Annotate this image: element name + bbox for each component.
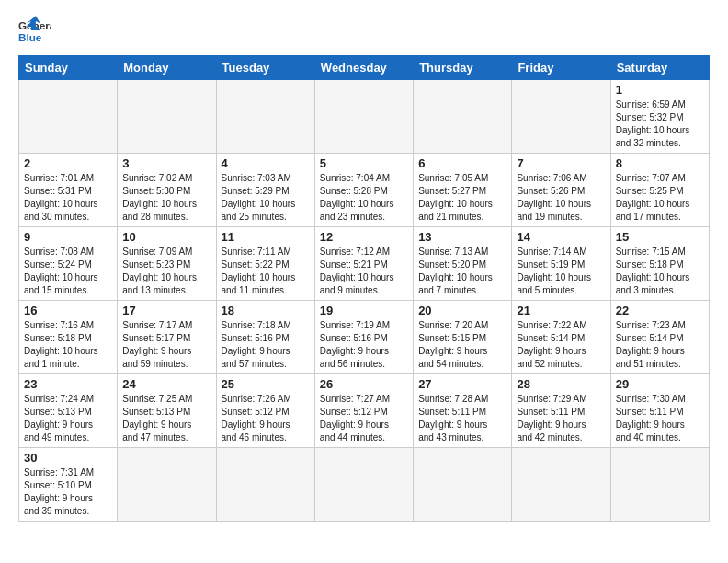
day-number: 20 (418, 304, 506, 317)
week-row-3: 9Sunrise: 7:08 AM Sunset: 5:24 PM Daylig… (19, 227, 710, 301)
calendar-cell (314, 80, 413, 154)
calendar-cell: 2Sunrise: 7:01 AM Sunset: 5:31 PM Daylig… (19, 154, 118, 227)
day-info: Sunrise: 7:01 AM Sunset: 5:31 PM Dayligh… (24, 172, 112, 224)
day-number: 10 (122, 230, 210, 244)
calendar-cell: 22Sunrise: 7:23 AM Sunset: 5:14 PM Dayli… (610, 301, 709, 374)
weekday-header-wednesday: Wednesday (314, 56, 413, 80)
day-info: Sunrise: 7:22 AM Sunset: 5:14 PM Dayligh… (517, 319, 605, 371)
day-info: Sunrise: 7:14 AM Sunset: 5:19 PM Dayligh… (517, 246, 605, 297)
day-info: Sunrise: 7:24 AM Sunset: 5:13 PM Dayligh… (24, 393, 112, 444)
weekday-header-saturday: Saturday (610, 56, 709, 80)
header: General Blue (18, 15, 710, 48)
day-info: Sunrise: 7:02 AM Sunset: 5:30 PM Dayligh… (122, 172, 210, 224)
calendar-cell (118, 80, 216, 154)
week-row-6: 30Sunrise: 7:31 AM Sunset: 5:10 PM Dayli… (19, 448, 710, 522)
calendar-cell (216, 80, 314, 154)
calendar-cell: 6Sunrise: 7:05 AM Sunset: 5:27 PM Daylig… (414, 154, 512, 227)
calendar-cell: 25Sunrise: 7:26 AM Sunset: 5:12 PM Dayli… (216, 374, 314, 448)
day-info: Sunrise: 7:13 AM Sunset: 5:20 PM Dayligh… (418, 246, 506, 297)
day-number: 1 (616, 83, 704, 97)
day-info: Sunrise: 7:25 AM Sunset: 5:13 PM Dayligh… (122, 393, 210, 444)
calendar-cell: 30Sunrise: 7:31 AM Sunset: 5:10 PM Dayli… (19, 448, 118, 522)
day-info: Sunrise: 7:18 AM Sunset: 5:16 PM Dayligh… (222, 319, 310, 371)
day-number: 25 (222, 377, 310, 391)
day-number: 17 (122, 304, 210, 317)
day-number: 19 (320, 304, 408, 317)
day-number: 26 (320, 377, 408, 391)
calendar-cell: 24Sunrise: 7:25 AM Sunset: 5:13 PM Dayli… (118, 374, 216, 448)
day-number: 29 (616, 377, 704, 391)
calendar-cell (216, 448, 314, 522)
calendar-cell: 15Sunrise: 7:15 AM Sunset: 5:18 PM Dayli… (610, 227, 709, 301)
day-info: Sunrise: 7:09 AM Sunset: 5:23 PM Dayligh… (122, 246, 210, 297)
weekday-header-thursday: Thursday (414, 56, 512, 80)
calendar-cell (512, 80, 610, 154)
calendar-cell: 10Sunrise: 7:09 AM Sunset: 5:23 PM Dayli… (118, 227, 216, 301)
calendar-cell: 13Sunrise: 7:13 AM Sunset: 5:20 PM Dayli… (414, 227, 512, 301)
day-info: Sunrise: 7:07 AM Sunset: 5:25 PM Dayligh… (616, 172, 704, 224)
day-number: 12 (320, 230, 408, 244)
week-row-4: 16Sunrise: 7:16 AM Sunset: 5:18 PM Dayli… (19, 301, 710, 374)
weekday-header-friday: Friday (512, 56, 610, 80)
day-number: 24 (122, 377, 210, 391)
day-number: 23 (24, 377, 112, 391)
day-info: Sunrise: 7:16 AM Sunset: 5:18 PM Dayligh… (24, 319, 112, 371)
day-number: 3 (122, 156, 210, 170)
day-number: 11 (222, 230, 310, 244)
day-number: 9 (24, 230, 112, 244)
calendar-cell (414, 448, 512, 522)
day-info: Sunrise: 6:59 AM Sunset: 5:32 PM Dayligh… (616, 98, 704, 150)
calendar-cell: 7Sunrise: 7:06 AM Sunset: 5:26 PM Daylig… (512, 154, 610, 227)
day-number: 13 (418, 230, 506, 244)
week-row-5: 23Sunrise: 7:24 AM Sunset: 5:13 PM Dayli… (19, 374, 710, 448)
day-info: Sunrise: 7:11 AM Sunset: 5:22 PM Dayligh… (222, 246, 310, 297)
calendar-cell: 27Sunrise: 7:28 AM Sunset: 5:11 PM Dayli… (414, 374, 512, 448)
svg-text:Blue: Blue (18, 31, 42, 43)
week-row-1: 1Sunrise: 6:59 AM Sunset: 5:32 PM Daylig… (19, 80, 710, 154)
calendar-cell: 14Sunrise: 7:14 AM Sunset: 5:19 PM Dayli… (512, 227, 610, 301)
day-number: 18 (222, 304, 310, 317)
day-number: 2 (24, 156, 112, 170)
weekday-header-tuesday: Tuesday (216, 56, 314, 80)
day-info: Sunrise: 7:15 AM Sunset: 5:18 PM Dayligh… (616, 246, 704, 297)
day-info: Sunrise: 7:08 AM Sunset: 5:24 PM Dayligh… (24, 246, 112, 297)
calendar-cell: 3Sunrise: 7:02 AM Sunset: 5:30 PM Daylig… (118, 154, 216, 227)
calendar-cell: 21Sunrise: 7:22 AM Sunset: 5:14 PM Dayli… (512, 301, 610, 374)
calendar-cell (610, 448, 709, 522)
day-number: 5 (320, 156, 408, 170)
day-number: 7 (517, 156, 605, 170)
day-number: 4 (222, 156, 310, 170)
day-number: 14 (517, 230, 605, 244)
calendar-cell: 18Sunrise: 7:18 AM Sunset: 5:16 PM Dayli… (216, 301, 314, 374)
day-info: Sunrise: 7:26 AM Sunset: 5:12 PM Dayligh… (222, 393, 310, 444)
calendar-cell (314, 448, 413, 522)
weekday-header-monday: Monday (118, 56, 216, 80)
calendar-cell: 9Sunrise: 7:08 AM Sunset: 5:24 PM Daylig… (19, 227, 118, 301)
logo-icon: General Blue (18, 15, 51, 48)
calendar-cell: 26Sunrise: 7:27 AM Sunset: 5:12 PM Dayli… (314, 374, 413, 448)
weekday-header-sunday: Sunday (19, 56, 118, 80)
day-number: 30 (24, 451, 112, 465)
day-info: Sunrise: 7:19 AM Sunset: 5:16 PM Dayligh… (320, 319, 408, 371)
day-number: 27 (418, 377, 506, 391)
day-info: Sunrise: 7:06 AM Sunset: 5:26 PM Dayligh… (517, 172, 605, 224)
calendar-cell (414, 80, 512, 154)
day-info: Sunrise: 7:27 AM Sunset: 5:12 PM Dayligh… (320, 393, 408, 444)
calendar-cell: 5Sunrise: 7:04 AM Sunset: 5:28 PM Daylig… (314, 154, 413, 227)
calendar-cell: 29Sunrise: 7:30 AM Sunset: 5:11 PM Dayli… (610, 374, 709, 448)
calendar-cell: 20Sunrise: 7:20 AM Sunset: 5:15 PM Dayli… (414, 301, 512, 374)
calendar-cell: 16Sunrise: 7:16 AM Sunset: 5:18 PM Dayli… (19, 301, 118, 374)
day-number: 6 (418, 156, 506, 170)
weekday-header-row: SundayMondayTuesdayWednesdayThursdayFrid… (19, 56, 710, 80)
calendar-cell: 12Sunrise: 7:12 AM Sunset: 5:21 PM Dayli… (314, 227, 413, 301)
day-number: 22 (616, 304, 704, 317)
page: General Blue SundayMondayTuesdayWednesda… (0, 0, 728, 531)
day-info: Sunrise: 7:12 AM Sunset: 5:21 PM Dayligh… (320, 246, 408, 297)
calendar-cell (512, 448, 610, 522)
day-info: Sunrise: 7:28 AM Sunset: 5:11 PM Dayligh… (418, 393, 506, 444)
logo: General Blue (18, 15, 55, 48)
day-info: Sunrise: 7:29 AM Sunset: 5:11 PM Dayligh… (517, 393, 605, 444)
day-info: Sunrise: 7:23 AM Sunset: 5:14 PM Dayligh… (616, 319, 704, 371)
calendar-cell: 4Sunrise: 7:03 AM Sunset: 5:29 PM Daylig… (216, 154, 314, 227)
calendar-cell: 23Sunrise: 7:24 AM Sunset: 5:13 PM Dayli… (19, 374, 118, 448)
